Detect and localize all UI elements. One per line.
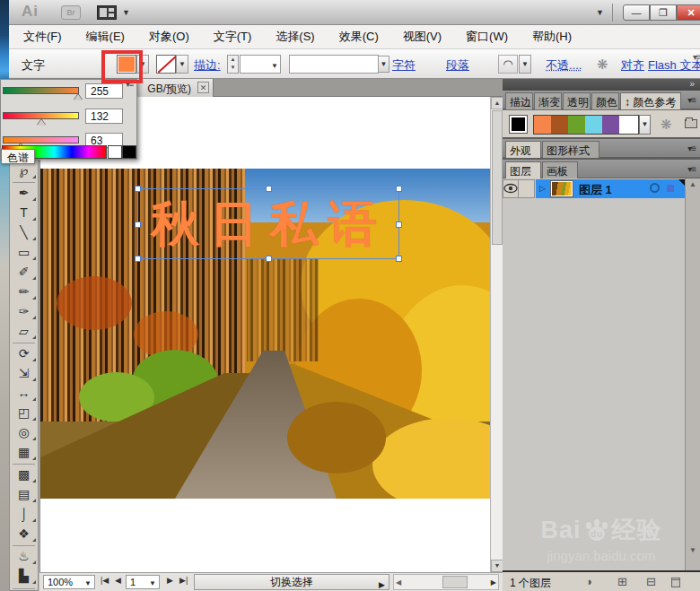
tab-color-guide[interactable]: ↕ 颜色参考 [620, 92, 681, 109]
artwork-text[interactable]: 秋日私语 [138, 189, 400, 260]
last-artboard-button[interactable]: ▶| [179, 576, 188, 585]
edit-colors-icon[interactable]: ❋ [661, 117, 672, 133]
horizontal-scrollbar[interactable]: ◀ ▶ [393, 574, 499, 590]
new-sublayer-icon[interactable]: ⊞ [617, 575, 627, 588]
align-panel-link[interactable]: 对齐 [621, 57, 644, 74]
harmony-swatch[interactable] [585, 116, 602, 134]
character-panel-link[interactable]: 字符 [392, 57, 416, 74]
tab-stroke[interactable]: 描边 [505, 92, 533, 109]
selection-handle[interactable] [135, 186, 141, 192]
next-artboard-button[interactable]: ▶ [167, 576, 173, 585]
recolor-artwork-icon[interactable]: ❋ [597, 56, 608, 73]
selection-handle[interactable] [266, 256, 272, 262]
menu-view[interactable]: 视图(V) [403, 29, 442, 45]
harmony-swatch[interactable] [551, 116, 568, 134]
menu-window[interactable]: 窗口(W) [466, 29, 508, 45]
scroll-left-icon[interactable]: ◀ [396, 578, 401, 587]
eraser-tool[interactable]: ▱ [10, 322, 38, 341]
black-swatch[interactable] [122, 145, 136, 159]
stroke-weight-stepper[interactable]: ▲▼ [227, 55, 239, 74]
layer-lock-cell[interactable] [519, 179, 535, 198]
tab-layers[interactable]: 图层 [505, 161, 541, 178]
warp-dropdown-icon[interactable]: ▼ [519, 55, 531, 74]
rotate-tool[interactable]: ⟳ [10, 344, 38, 363]
layer-thumbnail[interactable] [551, 181, 573, 196]
text-selection-box[interactable]: 秋日私语 [137, 188, 399, 259]
pen-tool[interactable]: ✒ [10, 184, 38, 203]
layers-scrollbar[interactable]: ▲ ▼ [685, 178, 700, 570]
base-color-swatch[interactable] [509, 115, 528, 134]
layer-selection-indicator[interactable] [667, 185, 674, 192]
minimize-button[interactable]: — [623, 4, 650, 21]
collapse-panels-icon[interactable]: » [689, 79, 695, 89]
tab-artboards[interactable]: 画板 [542, 161, 578, 178]
harmony-swatch[interactable] [568, 116, 585, 134]
envelope-warp-icon[interactable]: ◠ [498, 55, 518, 74]
tab-transparency[interactable]: 透明 [563, 92, 591, 109]
line-segment-tool[interactable]: ╲ [10, 223, 38, 242]
restore-button[interactable]: ❐ [650, 4, 677, 21]
eyedropper-tool[interactable]: ⌡ [10, 505, 38, 524]
layer-name[interactable]: 图层 1 [579, 182, 612, 198]
menu-select[interactable]: 选择(S) [276, 29, 314, 45]
symbol-sprayer-tool[interactable]: ♨ [10, 547, 38, 566]
layer-expand-icon[interactable]: ▷ [539, 184, 546, 193]
selection-handle[interactable] [266, 186, 272, 192]
workspace-dropdown-icon[interactable]: ▼ [122, 8, 130, 17]
selection-handle[interactable] [396, 186, 402, 192]
gradient-tool[interactable]: ▤ [10, 485, 38, 504]
new-layer-icon[interactable]: ⊟ [646, 575, 656, 588]
scale-tool[interactable]: ⇲ [10, 364, 38, 383]
harmony-swatches[interactable] [533, 115, 639, 135]
tab-color[interactable]: 颜色 [591, 92, 619, 109]
bridge-button[interactable]: Br [61, 5, 81, 20]
close-button[interactable]: ✕ [677, 4, 700, 21]
workspace-switcher-icon[interactable] [97, 5, 117, 20]
mesh-tool[interactable]: ▩ [10, 465, 38, 484]
selection-handle[interactable] [135, 222, 141, 228]
first-artboard-button[interactable]: |◀ [101, 576, 109, 585]
panel-menu-icon[interactable]: ▾≡ [687, 143, 696, 153]
layer-target-icon[interactable] [650, 183, 660, 193]
menu-object[interactable]: 对象(O) [149, 29, 189, 45]
stroke-color-dropdown-icon[interactable]: ▼ [176, 55, 188, 74]
make-clip-mask-icon[interactable]: ◑ [585, 575, 592, 588]
shape-builder-tool[interactable]: ◎ [10, 423, 38, 442]
artboard-number-select[interactable]: 1▼ [126, 575, 160, 589]
pencil-tool[interactable]: ✏ [10, 282, 38, 301]
free-transform-tool[interactable]: ◰ [10, 404, 38, 422]
zoom-level-select[interactable]: 100%▼ [43, 575, 95, 589]
scroll-up-icon[interactable]: ▲ [491, 97, 503, 109]
column-graph-tool[interactable]: ▙ [10, 567, 38, 586]
harmony-swatch[interactable] [534, 116, 551, 134]
status-indicator[interactable]: 切换选择▶ [194, 574, 389, 590]
horizontal-scroll-thumb[interactable] [442, 576, 468, 588]
stroke-color-swatch[interactable] [156, 55, 176, 74]
control-bar-menu-icon[interactable]: ▾≡ [693, 52, 700, 62]
blue-slider[interactable] [3, 136, 79, 143]
prev-artboard-button[interactable]: ◀ [115, 576, 121, 585]
selection-handle[interactable] [396, 256, 402, 262]
red-slider-handle[interactable] [74, 94, 83, 100]
blend-tool[interactable]: ❖ [10, 525, 38, 543]
scroll-right-icon[interactable]: ▶ [491, 578, 496, 587]
selection-handle[interactable] [396, 222, 402, 228]
perspective-grid-tool[interactable]: ▦ [10, 443, 38, 462]
width-tool[interactable]: ↔ [10, 384, 38, 403]
selection-handle[interactable] [135, 256, 141, 262]
tab-appearance[interactable]: 外观 [505, 141, 541, 158]
layer-visibility-cell[interactable] [503, 179, 519, 198]
document-close-icon[interactable]: ✕ [197, 82, 209, 93]
paragraph-panel-link[interactable]: 段落 [446, 57, 469, 74]
harmony-dropdown-icon[interactable]: ▼ [639, 115, 651, 135]
red-slider[interactable] [3, 87, 79, 94]
menu-type[interactable]: 文字(T) [214, 29, 252, 45]
red-value-field[interactable]: 255 [85, 83, 123, 99]
opacity-link[interactable]: 不透.... [546, 57, 582, 74]
paintbrush-tool[interactable]: ✐ [10, 263, 38, 282]
rectangle-tool[interactable]: ▭ [10, 243, 38, 262]
panel-menu-icon[interactable]: ▾≡ [687, 164, 696, 174]
layer-row[interactable]: ▷ 图层 1 [503, 179, 685, 198]
titlebar-dropdown-icon[interactable]: ▼ [596, 8, 604, 17]
menu-edit[interactable]: 编辑(E) [86, 29, 125, 45]
